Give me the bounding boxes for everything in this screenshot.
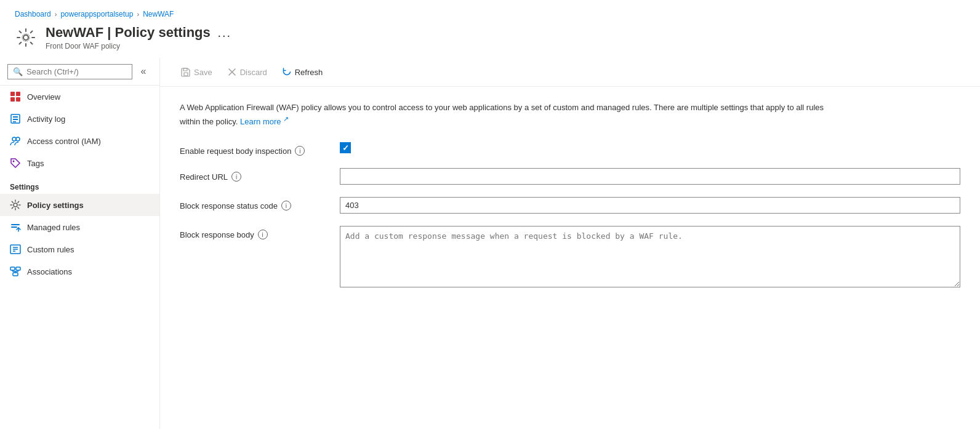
search-input[interactable] — [26, 67, 127, 76]
external-link-icon: ↗ — [283, 115, 289, 122]
policy-settings-icon — [10, 199, 21, 210]
response-body-textarea[interactable] — [340, 226, 960, 287]
breadcrumb-portalsetup[interactable]: powerappsportalsetup — [60, 10, 133, 18]
main-layout: 🔍 « Overview Activity log — [0, 58, 980, 429]
iam-label: Access control (IAM) — [27, 137, 101, 146]
associations-label: Associations — [27, 267, 72, 276]
checkbox-info-icon[interactable]: i — [295, 146, 305, 156]
associations-icon — [10, 266, 21, 277]
policy-settings-label: Policy settings — [27, 201, 84, 210]
overview-icon — [10, 91, 21, 102]
ellipsis-button[interactable]: ... — [217, 26, 231, 40]
tags-icon — [10, 158, 21, 169]
sidebar-item-policy-settings[interactable]: Policy settings — [0, 194, 159, 216]
svg-rect-14 — [11, 224, 20, 225]
redirect-url-label: Redirect URL i — [180, 168, 340, 182]
search-icon: 🔍 — [13, 67, 23, 76]
svg-rect-8 — [13, 119, 18, 120]
form-row-redirect-url: Redirect URL i — [180, 168, 960, 185]
collapse-button[interactable]: « — [135, 63, 152, 80]
form-row-checkbox: Enable request body inspection i — [180, 142, 960, 156]
form-row-status-code: Block response status code i — [180, 197, 960, 214]
breadcrumb-newwaf[interactable]: NewWAF — [143, 10, 174, 18]
svg-rect-21 — [10, 267, 15, 270]
request-body-checkbox[interactable] — [340, 142, 351, 153]
settings-section-label: Settings — [0, 174, 159, 194]
breadcrumb: Dashboard › powerappsportalsetup › NewWA… — [15, 10, 965, 18]
iam-icon — [10, 135, 21, 146]
title-row: NewWAF | Policy settings ... Front Door … — [15, 25, 965, 50]
sidebar-item-managed-rules[interactable]: Managed rules — [0, 216, 159, 238]
discard-button[interactable]: Discard — [221, 64, 273, 80]
svg-rect-22 — [16, 267, 20, 270]
status-code-control — [340, 197, 960, 214]
svg-rect-3 — [16, 92, 20, 96]
managed-rules-label: Managed rules — [27, 223, 80, 232]
svg-rect-9 — [13, 121, 16, 122]
sidebar-item-associations[interactable]: Associations — [0, 260, 159, 283]
svg-rect-4 — [10, 97, 15, 102]
sidebar-item-iam[interactable]: Access control (IAM) — [0, 130, 159, 152]
breadcrumb-sep1: › — [55, 10, 57, 18]
svg-point-12 — [13, 161, 15, 162]
content-area: Save Discard Refresh A Web Application F… — [160, 58, 980, 429]
refresh-button[interactable]: Refresh — [276, 64, 329, 80]
save-label: Save — [194, 68, 212, 77]
page-title: NewWAF | Policy settings — [46, 25, 211, 40]
svg-rect-29 — [183, 68, 187, 71]
page-wrapper: Dashboard › powerappsportalsetup › NewWA… — [0, 0, 980, 429]
save-button[interactable]: Save — [175, 64, 219, 80]
redirect-url-input[interactable] — [340, 168, 960, 185]
breadcrumb-sep2: › — [137, 10, 139, 18]
response-body-info-icon[interactable]: i — [258, 230, 268, 239]
response-body-label: Block response body i — [180, 226, 340, 239]
svg-rect-7 — [13, 116, 18, 118]
status-code-info-icon[interactable]: i — [281, 201, 291, 210]
svg-point-11 — [16, 137, 20, 141]
gear-icon — [15, 26, 37, 49]
svg-point-10 — [12, 137, 16, 141]
response-body-control — [340, 226, 960, 289]
learn-more-link[interactable]: Learn more ↗ — [240, 117, 289, 126]
sidebar-item-custom-rules[interactable]: Custom rules — [0, 238, 159, 260]
discard-label: Discard — [240, 68, 267, 77]
tags-label: Tags — [27, 159, 44, 168]
page-subtitle: Front Door WAF policy — [46, 42, 231, 50]
svg-point-13 — [14, 203, 17, 207]
managed-rules-icon — [10, 222, 21, 233]
search-row: 🔍 « — [0, 58, 159, 86]
custom-rules-icon — [10, 244, 21, 255]
description-text: A Web Application Firewall (WAF) policy … — [180, 102, 845, 127]
redirect-url-info-icon[interactable]: i — [231, 172, 241, 182]
form-row-response-body: Block response body i — [180, 226, 960, 289]
header: Dashboard › powerappsportalsetup › NewWA… — [0, 0, 980, 50]
form-area: A Web Application Firewall (WAF) policy … — [160, 87, 980, 429]
svg-rect-2 — [10, 92, 15, 96]
checkbox-label: Enable request body inspection i — [180, 142, 340, 156]
redirect-url-control — [340, 168, 960, 185]
title-text: NewWAF | Policy settings ... Front Door … — [46, 25, 231, 50]
sidebar-item-tags[interactable]: Tags — [0, 152, 159, 174]
refresh-label: Refresh — [295, 68, 323, 77]
svg-point-0 — [23, 35, 28, 40]
search-input-wrap[interactable]: 🔍 — [7, 64, 132, 79]
status-code-label: Block response status code i — [180, 197, 340, 210]
activity-log-icon — [10, 113, 21, 124]
breadcrumb-dashboard[interactable]: Dashboard — [15, 10, 51, 18]
svg-rect-28 — [184, 73, 188, 76]
toolbar: Save Discard Refresh — [160, 58, 980, 87]
custom-rules-label: Custom rules — [27, 245, 74, 254]
activity-log-label: Activity log — [27, 114, 65, 124]
sidebar-item-overview[interactable]: Overview — [0, 86, 159, 108]
svg-rect-5 — [16, 97, 20, 102]
sidebar-item-activity-log[interactable]: Activity log — [0, 108, 159, 130]
sidebar: 🔍 « Overview Activity log — [0, 58, 160, 429]
checkbox-control — [340, 142, 960, 153]
status-code-input[interactable] — [340, 197, 960, 214]
svg-rect-15 — [11, 227, 17, 228]
svg-rect-23 — [13, 273, 18, 276]
overview-label: Overview — [27, 92, 60, 102]
